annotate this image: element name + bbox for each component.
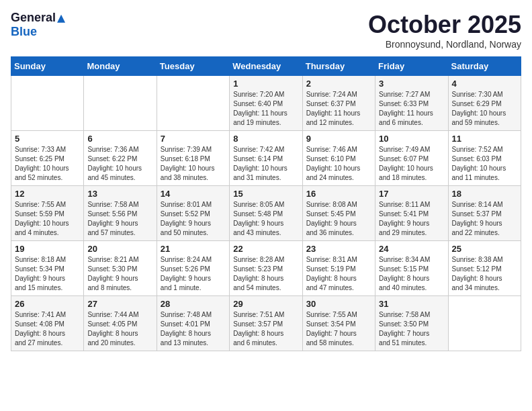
day-info: Sunrise: 8:14 AM Sunset: 5:37 PM Dayligh… (452, 200, 517, 238)
week-row-3: 12Sunrise: 7:55 AM Sunset: 5:59 PM Dayli… (11, 186, 521, 241)
weekday-header-monday: Monday (84, 57, 157, 76)
day-cell (84, 76, 157, 131)
weekday-header-sunday: Sunday (11, 57, 84, 76)
day-info: Sunrise: 7:42 AM Sunset: 6:14 PM Dayligh… (233, 145, 298, 183)
day-cell: 4Sunrise: 7:30 AM Sunset: 6:29 PM Daylig… (448, 76, 521, 131)
day-cell: 20Sunrise: 8:21 AM Sunset: 5:30 PM Dayli… (84, 241, 157, 296)
day-info: Sunrise: 7:46 AM Sunset: 6:10 PM Dayligh… (306, 145, 371, 183)
day-number: 5 (15, 134, 80, 144)
day-cell: 23Sunrise: 8:31 AM Sunset: 5:19 PM Dayli… (302, 241, 375, 296)
day-number: 19 (15, 244, 80, 254)
day-cell: 9Sunrise: 7:46 AM Sunset: 6:10 PM Daylig… (302, 131, 375, 186)
day-cell: 28Sunrise: 7:48 AM Sunset: 4:01 PM Dayli… (157, 296, 229, 351)
day-cell: 27Sunrise: 7:44 AM Sunset: 4:05 PM Dayli… (84, 296, 157, 351)
day-number: 21 (161, 244, 226, 254)
day-info: Sunrise: 8:18 AM Sunset: 5:34 PM Dayligh… (15, 255, 80, 293)
day-info: Sunrise: 7:36 AM Sunset: 6:22 PM Dayligh… (87, 145, 152, 183)
day-info: Sunrise: 7:58 AM Sunset: 3:50 PM Dayligh… (379, 310, 444, 348)
day-number: 14 (161, 189, 226, 199)
weekday-header-tuesday: Tuesday (157, 57, 229, 76)
day-cell (11, 76, 84, 131)
day-cell (157, 76, 229, 131)
logo-blue-text: Blue (11, 25, 37, 39)
day-info: Sunrise: 7:51 AM Sunset: 3:57 PM Dayligh… (233, 310, 298, 348)
day-number: 20 (87, 244, 152, 254)
page-header: General Blue October 2025 Bronnoysund, N… (11, 11, 521, 50)
day-cell: 1Sunrise: 7:20 AM Sunset: 6:40 PM Daylig… (230, 76, 302, 131)
day-cell: 31Sunrise: 7:58 AM Sunset: 3:50 PM Dayli… (375, 296, 448, 351)
weekday-header-saturday: Saturday (448, 57, 521, 76)
day-info: Sunrise: 7:41 AM Sunset: 4:08 PM Dayligh… (15, 310, 80, 348)
day-info: Sunrise: 7:24 AM Sunset: 6:37 PM Dayligh… (306, 90, 371, 128)
day-number: 17 (379, 189, 444, 199)
week-row-5: 26Sunrise: 7:41 AM Sunset: 4:08 PM Dayli… (11, 296, 521, 351)
day-cell: 25Sunrise: 8:38 AM Sunset: 5:12 PM Dayli… (448, 241, 521, 296)
day-info: Sunrise: 7:44 AM Sunset: 4:05 PM Dayligh… (87, 310, 152, 348)
day-cell: 2Sunrise: 7:24 AM Sunset: 6:37 PM Daylig… (302, 76, 375, 131)
day-info: Sunrise: 8:21 AM Sunset: 5:30 PM Dayligh… (87, 255, 152, 293)
day-info: Sunrise: 7:55 AM Sunset: 5:59 PM Dayligh… (15, 200, 80, 238)
day-info: Sunrise: 7:39 AM Sunset: 6:18 PM Dayligh… (161, 145, 226, 183)
day-info: Sunrise: 7:52 AM Sunset: 6:03 PM Dayligh… (452, 145, 517, 183)
day-cell (448, 296, 521, 351)
week-row-1: 1Sunrise: 7:20 AM Sunset: 6:40 PM Daylig… (11, 76, 521, 131)
day-cell: 29Sunrise: 7:51 AM Sunset: 3:57 PM Dayli… (230, 296, 302, 351)
weekday-header-friday: Friday (375, 57, 448, 76)
day-number: 28 (161, 299, 226, 309)
day-number: 9 (306, 134, 371, 144)
day-info: Sunrise: 8:05 AM Sunset: 5:48 PM Dayligh… (233, 200, 298, 238)
day-number: 7 (161, 134, 226, 144)
day-cell: 5Sunrise: 7:33 AM Sunset: 6:25 PM Daylig… (11, 131, 84, 186)
day-number: 12 (15, 189, 80, 199)
day-cell: 6Sunrise: 7:36 AM Sunset: 6:22 PM Daylig… (84, 131, 157, 186)
day-number: 29 (233, 299, 298, 309)
day-number: 27 (87, 299, 152, 309)
day-info: Sunrise: 7:58 AM Sunset: 5:56 PM Dayligh… (87, 200, 152, 238)
day-number: 6 (87, 134, 152, 144)
day-info: Sunrise: 7:33 AM Sunset: 6:25 PM Dayligh… (15, 145, 80, 183)
day-info: Sunrise: 7:27 AM Sunset: 6:33 PM Dayligh… (379, 90, 444, 128)
day-cell: 11Sunrise: 7:52 AM Sunset: 6:03 PM Dayli… (448, 131, 521, 186)
day-number: 24 (379, 244, 444, 254)
day-cell: 3Sunrise: 7:27 AM Sunset: 6:33 PM Daylig… (375, 76, 448, 131)
day-number: 16 (306, 189, 371, 199)
day-number: 2 (306, 79, 371, 89)
day-number: 22 (233, 244, 298, 254)
day-cell: 16Sunrise: 8:08 AM Sunset: 5:45 PM Dayli… (302, 186, 375, 241)
location-text: Bronnoysund, Nordland, Norway (368, 39, 521, 50)
day-info: Sunrise: 8:28 AM Sunset: 5:23 PM Dayligh… (233, 255, 298, 293)
day-cell: 26Sunrise: 7:41 AM Sunset: 4:08 PM Dayli… (11, 296, 84, 351)
day-info: Sunrise: 8:34 AM Sunset: 5:15 PM Dayligh… (379, 255, 444, 293)
day-info: Sunrise: 7:49 AM Sunset: 6:07 PM Dayligh… (379, 145, 444, 183)
day-number: 31 (379, 299, 444, 309)
day-cell: 7Sunrise: 7:39 AM Sunset: 6:18 PM Daylig… (157, 131, 229, 186)
day-cell: 22Sunrise: 8:28 AM Sunset: 5:23 PM Dayli… (230, 241, 302, 296)
day-number: 25 (452, 244, 517, 254)
day-cell: 19Sunrise: 8:18 AM Sunset: 5:34 PM Dayli… (11, 241, 84, 296)
logo: General Blue (11, 11, 65, 39)
day-info: Sunrise: 8:01 AM Sunset: 5:52 PM Dayligh… (161, 200, 226, 238)
day-cell: 12Sunrise: 7:55 AM Sunset: 5:59 PM Dayli… (11, 186, 84, 241)
week-row-4: 19Sunrise: 8:18 AM Sunset: 5:34 PM Dayli… (11, 241, 521, 296)
weekday-header-wednesday: Wednesday (230, 57, 302, 76)
day-cell: 13Sunrise: 7:58 AM Sunset: 5:56 PM Dayli… (84, 186, 157, 241)
title-section: October 2025 Bronnoysund, Nordland, Norw… (368, 11, 521, 50)
day-number: 11 (452, 134, 517, 144)
logo-triangle-icon (57, 15, 65, 23)
day-number: 10 (379, 134, 444, 144)
week-row-2: 5Sunrise: 7:33 AM Sunset: 6:25 PM Daylig… (11, 131, 521, 186)
day-info: Sunrise: 7:30 AM Sunset: 6:29 PM Dayligh… (452, 90, 517, 128)
day-number: 23 (306, 244, 371, 254)
logo-general-text: General (11, 11, 56, 24)
day-cell: 15Sunrise: 8:05 AM Sunset: 5:48 PM Dayli… (230, 186, 302, 241)
day-cell: 18Sunrise: 8:14 AM Sunset: 5:37 PM Dayli… (448, 186, 521, 241)
day-cell: 24Sunrise: 8:34 AM Sunset: 5:15 PM Dayli… (375, 241, 448, 296)
day-number: 4 (452, 79, 517, 89)
day-info: Sunrise: 8:11 AM Sunset: 5:41 PM Dayligh… (379, 200, 444, 238)
day-info: Sunrise: 8:38 AM Sunset: 5:12 PM Dayligh… (452, 255, 517, 293)
day-number: 15 (233, 189, 298, 199)
day-number: 1 (233, 79, 298, 89)
day-cell: 17Sunrise: 8:11 AM Sunset: 5:41 PM Dayli… (375, 186, 448, 241)
month-title: October 2025 (368, 11, 521, 39)
weekday-header-row: SundayMondayTuesdayWednesdayThursdayFrid… (11, 57, 521, 76)
